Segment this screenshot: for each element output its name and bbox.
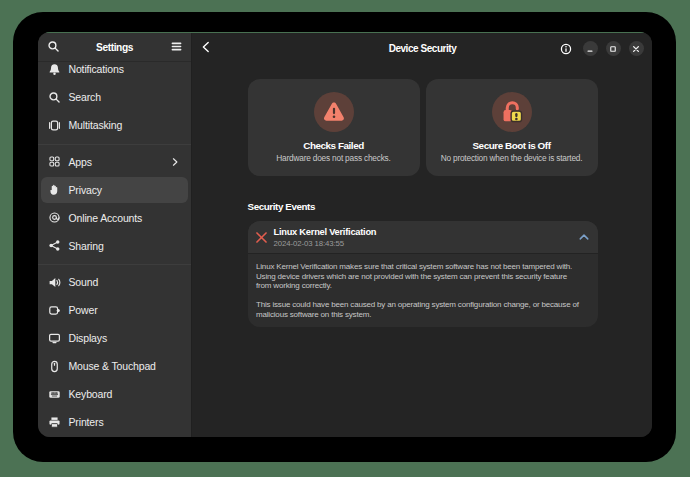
secure-boot-card: Secure Boot is Off No protection when th… bbox=[426, 79, 598, 176]
card-title: Checks Failed bbox=[248, 140, 420, 151]
sidebar-item-online-accounts[interactable]: Online Accounts bbox=[41, 205, 188, 231]
search-icon bbox=[48, 91, 61, 104]
event-timestamp: 2024-02-03 18:43:55 bbox=[274, 239, 573, 248]
share-icon bbox=[48, 239, 61, 252]
sidebar-separator bbox=[38, 144, 191, 145]
sidebar-item-privacy[interactable]: Privacy bbox=[41, 177, 188, 203]
sidebar-item-power[interactable]: Power bbox=[41, 297, 188, 323]
maximize-button[interactable] bbox=[606, 41, 621, 56]
chevron-up-icon bbox=[578, 231, 590, 243]
summary-cards: Checks Failed Hardware does not pass che… bbox=[248, 79, 598, 176]
security-events-heading: Security Events bbox=[248, 201, 598, 212]
header-controls bbox=[557, 40, 644, 58]
sidebar-title: Settings bbox=[64, 40, 165, 53]
maximize-icon bbox=[608, 44, 618, 54]
power-icon bbox=[48, 304, 61, 317]
lock-circle bbox=[492, 92, 532, 132]
sidebar-item-printers[interactable]: Printers bbox=[41, 409, 188, 435]
warning-circle bbox=[314, 92, 354, 132]
card-subtitle: No protection when the device is started… bbox=[426, 153, 598, 163]
search-icon bbox=[47, 40, 60, 53]
back-button[interactable] bbox=[196, 37, 216, 57]
sidebar-item-mouse-touchpad[interactable]: Mouse & Touchpad bbox=[41, 353, 188, 379]
card-subtitle: Hardware does not pass checks. bbox=[248, 153, 420, 163]
minimize-button[interactable] bbox=[583, 41, 598, 56]
secure-boot-off-lock-icon bbox=[499, 99, 525, 125]
apps-icon bbox=[48, 155, 61, 168]
sidebar-list: Notifications Search Multitasking Apps P… bbox=[38, 62, 191, 437]
event-title: Linux Kernel Verification bbox=[274, 227, 573, 238]
event-titles: Linux Kernel Verification 2024-02-03 18:… bbox=[274, 227, 573, 248]
sidebar-item-notifications[interactable]: Notifications bbox=[41, 62, 188, 82]
sidebar: Settings Notifications Search Multitaski… bbox=[38, 32, 192, 437]
event-description: Linux Kernel Verification makes sure tha… bbox=[248, 253, 598, 327]
sidebar-separator bbox=[38, 264, 191, 265]
hamburger-menu-icon bbox=[170, 40, 183, 53]
sound-icon bbox=[48, 276, 61, 289]
mouse-icon bbox=[48, 360, 61, 373]
sidebar-item-sound[interactable]: Sound bbox=[41, 269, 188, 295]
info-button[interactable] bbox=[557, 40, 575, 58]
content-pane: Device Security bbox=[193, 32, 652, 437]
minimize-icon bbox=[585, 44, 595, 54]
warning-triangle-icon bbox=[321, 99, 347, 125]
main-menu-button[interactable] bbox=[165, 36, 187, 58]
sidebar-item-apps[interactable]: Apps bbox=[41, 149, 188, 175]
card-title: Secure Boot is Off bbox=[426, 140, 598, 151]
sidebar-item-displays[interactable]: Displays bbox=[41, 325, 188, 351]
sidebar-headerbar: Settings bbox=[38, 32, 191, 62]
at-icon bbox=[48, 211, 61, 224]
event-description-paragraph: This issue could have been caused by an … bbox=[256, 300, 588, 319]
chevron-right-icon bbox=[170, 157, 180, 167]
device-security-page: Checks Failed Hardware does not pass che… bbox=[193, 62, 652, 437]
keyboard-icon bbox=[48, 388, 61, 401]
multitasking-icon bbox=[48, 119, 61, 132]
settings-window: Settings Notifications Search Multitaski… bbox=[38, 32, 652, 437]
privacy-icon bbox=[48, 183, 61, 196]
collapse-button[interactable] bbox=[578, 231, 591, 243]
error-cross-icon bbox=[255, 231, 268, 244]
event-description-paragraph: Linux Kernel Verification makes sure tha… bbox=[256, 262, 588, 291]
back-chevron-icon bbox=[199, 40, 213, 54]
search-button[interactable] bbox=[42, 36, 64, 58]
sidebar-item-multitasking[interactable]: Multitasking bbox=[41, 112, 188, 138]
sidebar-item-search[interactable]: Search bbox=[41, 84, 188, 110]
security-event-card: Linux Kernel Verification 2024-02-03 18:… bbox=[248, 221, 598, 327]
headerbar: Device Security bbox=[193, 32, 652, 62]
info-icon bbox=[560, 43, 572, 55]
close-icon bbox=[631, 44, 641, 54]
close-button[interactable] bbox=[629, 41, 644, 56]
sidebar-item-keyboard[interactable]: Keyboard bbox=[41, 381, 188, 407]
checks-failed-card: Checks Failed Hardware does not pass che… bbox=[248, 79, 420, 176]
printer-icon bbox=[48, 416, 61, 429]
security-event-row[interactable]: Linux Kernel Verification 2024-02-03 18:… bbox=[248, 221, 598, 253]
sidebar-item-sharing[interactable]: Sharing bbox=[41, 233, 188, 259]
displays-icon bbox=[48, 332, 61, 345]
bell-icon bbox=[48, 63, 61, 76]
